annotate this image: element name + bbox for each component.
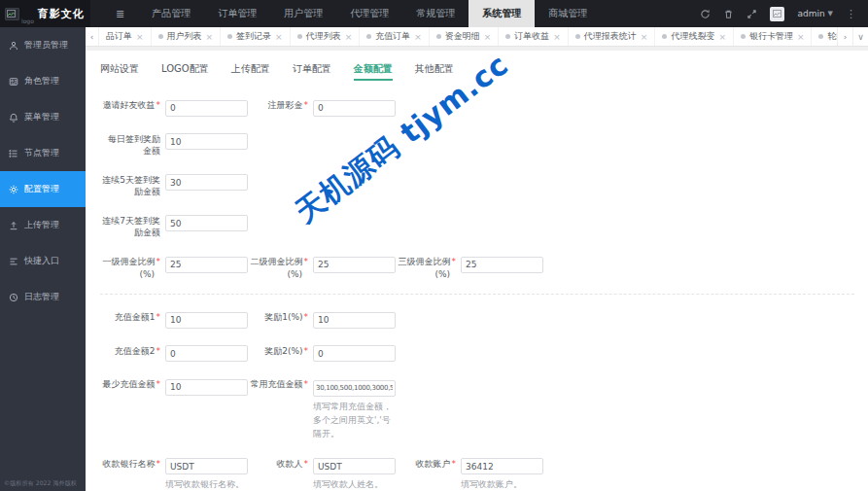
open-tabs-bar: ‹ 品订单×用户列表×签到记录×代理列表×充值订单×资金明细×订单收益×代理报表… — [86, 27, 868, 47]
tab-close-icon[interactable]: × — [275, 32, 283, 42]
page-tab-5[interactable]: 资金明细× — [430, 27, 500, 46]
tab-close-icon[interactable]: × — [484, 32, 492, 42]
page-tab-9[interactable]: 银行卡管理× — [734, 27, 813, 46]
form-field: 连续7天签到奖励金额 — [100, 212, 248, 239]
text-input[interactable] — [165, 257, 248, 273]
user-avatar[interactable] — [770, 7, 784, 21]
text-input[interactable] — [313, 312, 396, 329]
nav-item-1[interactable]: 订单管理 — [204, 0, 270, 27]
form-field: 收款银行名称*填写收款银行名称。 — [100, 455, 248, 491]
page-tab-10[interactable]: 轮播图× — [812, 27, 837, 46]
nav-item-0[interactable]: 产品管理 — [138, 0, 204, 27]
required-star: * — [156, 312, 161, 322]
sidebar-toggle-icon[interactable]: ≣ — [90, 0, 138, 27]
text-input[interactable] — [165, 174, 248, 191]
config-panel: 网站设置LOGO配置上传配置订单配置金额配置其他配置 邀请好友收益*注册彩金*每… — [86, 51, 868, 491]
text-input[interactable] — [461, 458, 543, 474]
page-tab-6[interactable]: 订单收益× — [499, 27, 569, 46]
tab-close-icon[interactable]: × — [136, 32, 144, 42]
config-tab-0[interactable]: 网站设置 — [100, 62, 139, 81]
text-input[interactable] — [165, 379, 248, 396]
tab-close-icon[interactable]: × — [797, 32, 805, 42]
tab-status-dot — [297, 34, 302, 39]
text-input[interactable] — [165, 345, 248, 362]
form-field: 每日签到奖励金额 — [100, 130, 248, 158]
tabs-scroll-right-icon[interactable]: › — [837, 27, 852, 46]
field-label: 注册彩金* — [248, 96, 308, 112]
field-label: 一级佣金比例*(%) — [100, 253, 160, 280]
text-input[interactable] — [461, 257, 543, 273]
field-input-box: 填写收款账户。 — [461, 455, 543, 491]
tab-close-icon[interactable]: × — [553, 32, 561, 42]
page-tab-0[interactable]: 品订单× — [99, 27, 152, 46]
page-tab-4[interactable]: 充值订单× — [360, 27, 430, 46]
page-tab-7[interactable]: 代理报表统计× — [569, 27, 656, 46]
fullscreen-icon[interactable] — [746, 9, 757, 19]
text-input[interactable] — [165, 215, 248, 231]
tab-label: 资金明细 — [445, 30, 480, 43]
tabs-scroll-left-icon[interactable]: ‹ — [86, 27, 99, 46]
nav-item-4[interactable]: 常规管理 — [402, 0, 469, 27]
tab-close-icon[interactable]: × — [345, 32, 353, 42]
sidebar-item-5[interactable]: 上传管理 — [0, 207, 86, 243]
config-tab-1[interactable]: LOGO配置 — [161, 62, 209, 81]
tab-status-dot — [818, 34, 823, 39]
sidebar-item-3[interactable]: 节点管理 — [0, 135, 86, 171]
config-tab-5[interactable]: 其他配置 — [415, 62, 454, 81]
field-label: 常用充值金额* — [248, 375, 308, 391]
page-tab-3[interactable]: 代理列表× — [291, 27, 361, 46]
field-help-text: 填写收款人姓名。 — [313, 478, 396, 491]
field-input-box — [165, 171, 248, 192]
nav-item-3[interactable]: 代理管理 — [336, 0, 402, 27]
page-tab-1[interactable]: 用户列表× — [152, 27, 222, 46]
text-input[interactable] — [165, 100, 248, 117]
field-label-text: 一级佣金比例 — [103, 257, 156, 266]
field-input-box — [313, 308, 396, 329]
field-label-text: 奖励2(%) — [264, 346, 302, 356]
tab-close-icon[interactable]: × — [641, 32, 648, 42]
tab-label: 银行卡管理 — [749, 30, 793, 43]
text-input[interactable] — [165, 458, 248, 474]
sidebar-item-1[interactable]: 角色管理 — [0, 63, 86, 99]
text-input[interactable] — [313, 257, 396, 273]
config-tab-3[interactable]: 订单配置 — [293, 62, 331, 81]
page-tab-2[interactable]: 签到记录× — [221, 27, 291, 46]
tabs-collapse-icon[interactable]: ∨ — [852, 27, 868, 46]
logo-area[interactable]: logo 育影文化 — [0, 0, 90, 27]
sidebar-item-2[interactable]: 菜单管理 — [0, 99, 86, 135]
tab-close-icon[interactable]: × — [718, 32, 726, 42]
required-star: * — [304, 100, 309, 110]
refresh-icon[interactable] — [700, 9, 711, 19]
page-tab-8[interactable]: 代理线裂变× — [655, 27, 734, 46]
text-input[interactable] — [165, 312, 248, 329]
clear-cache-icon[interactable] — [723, 9, 734, 19]
field-label: 连续7天签到奖励金额 — [100, 212, 160, 239]
sidebar-item-4[interactable]: 配置管理 — [0, 171, 86, 207]
sidebar-item-6[interactable]: 快捷入口 — [0, 243, 86, 279]
nav-item-2[interactable]: 用户管理 — [270, 0, 336, 27]
tab-close-icon[interactable]: × — [206, 32, 214, 42]
required-star: * — [452, 459, 457, 469]
text-input[interactable] — [313, 100, 396, 117]
form-field: 连续5天签到奖励金额 — [100, 171, 248, 198]
text-input[interactable] — [313, 458, 396, 474]
config-tab-2[interactable]: 上传配置 — [231, 62, 270, 81]
nav-item-6[interactable]: 商城管理 — [535, 0, 601, 27]
sidebar-item-label: 日志管理 — [24, 291, 59, 303]
sidebar-item-7[interactable]: 日志管理 — [0, 279, 86, 315]
more-menu-icon[interactable]: ⋮ — [846, 8, 856, 20]
copyright-footer: ©版权所有 2022 海外版权 — [4, 479, 77, 488]
user-menu[interactable]: admin ▼ — [797, 9, 833, 18]
required-star: * — [304, 459, 309, 469]
tab-close-icon[interactable]: × — [414, 32, 422, 42]
text-input[interactable] — [165, 133, 248, 150]
field-label-text: 充值金额1 — [115, 312, 156, 322]
text-input[interactable] — [313, 345, 396, 362]
sidebar-item-label: 角色管理 — [24, 75, 59, 88]
nav-item-5[interactable]: 系统管理 — [469, 0, 535, 27]
sidebar-item-0[interactable]: 管理员管理 — [0, 27, 86, 63]
config-icon — [9, 185, 18, 194]
text-input[interactable] — [313, 380, 396, 397]
brand-title: 育影文化 — [38, 7, 85, 21]
config-tab-4[interactable]: 金额配置 — [354, 62, 393, 81]
